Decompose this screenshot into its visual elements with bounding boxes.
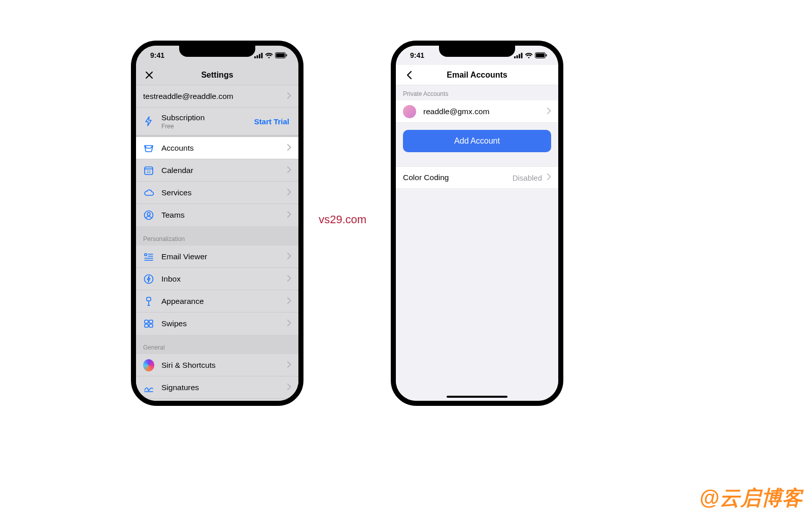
settings-item-teams[interactable]: Teams (136, 204, 298, 226)
settings-navbar: Settings (136, 65, 298, 85)
swipes-icon (143, 318, 154, 329)
signature-icon (143, 382, 154, 393)
person-icon (143, 210, 154, 221)
chevron-right-icon (287, 297, 291, 306)
inbox-icon (143, 143, 154, 154)
siri-icon (143, 360, 154, 371)
settings-item-email-viewer[interactable]: Email Viewer (136, 246, 298, 268)
status-time: 9:41 (150, 51, 164, 59)
start-trial-link[interactable]: Start Trial (254, 117, 289, 126)
cellular-icon (254, 53, 263, 58)
account-label: readdle@gmx.com (423, 107, 544, 116)
svg-point-12 (145, 274, 153, 283)
settings-item-badges[interactable]: Badges (136, 399, 298, 401)
add-account-button[interactable]: Add Account (403, 130, 551, 152)
svg-rect-21 (517, 55, 518, 58)
section-general: General (136, 335, 298, 354)
color-coding-label: Color Coding (403, 173, 513, 182)
chevron-right-icon (287, 252, 291, 261)
svg-rect-25 (536, 53, 545, 57)
settings-item-inbox[interactable]: Inbox (136, 268, 298, 290)
brush-icon (143, 296, 154, 307)
bolt-circle-icon (143, 273, 154, 285)
chevron-right-icon (287, 274, 291, 284)
settings-item-siri[interactable]: Siri & Shortcuts (136, 354, 298, 376)
subscription-row[interactable]: Subscription Free Start Trial (136, 108, 298, 135)
row-label: Email Viewer (161, 252, 284, 261)
chevron-right-icon (287, 166, 291, 175)
page-title: Settings (201, 71, 233, 80)
row-label: Services (161, 188, 284, 197)
subscription-sub: Free (161, 123, 254, 130)
row-label: Swipes (161, 319, 284, 328)
viewer-icon (143, 251, 154, 262)
close-button[interactable] (141, 65, 157, 85)
section-personalization: Personalization (136, 226, 298, 246)
settings-item-signatures[interactable]: Signatures (136, 376, 298, 399)
email-accounts-navbar: Email Accounts (396, 65, 558, 85)
battery-icon (535, 52, 547, 58)
chevron-left-icon (406, 71, 412, 80)
svg-rect-0 (254, 56, 256, 58)
notch (439, 46, 515, 57)
svg-rect-23 (521, 53, 523, 58)
chevron-right-icon (287, 144, 291, 153)
row-label: Siri & Shortcuts (161, 361, 284, 370)
svg-rect-20 (514, 56, 516, 58)
row-label: Appearance (161, 297, 284, 306)
svg-rect-14 (145, 320, 148, 323)
settings-scroll[interactable]: testreaddle@readdle.com Subscription Fre… (136, 85, 298, 401)
svg-rect-5 (276, 53, 285, 57)
wifi-icon (525, 53, 533, 58)
status-icons (514, 52, 547, 58)
color-coding-row[interactable]: Color Coding Disabled (396, 166, 558, 189)
chevron-right-icon (287, 361, 291, 370)
cloud-icon (143, 187, 154, 198)
svg-point-11 (145, 253, 147, 255)
subscription-label: Subscription (161, 113, 254, 122)
watermark-center: vs29.com (319, 213, 366, 226)
settings-item-accounts[interactable]: Accounts (136, 137, 298, 159)
svg-rect-1 (257, 55, 258, 58)
battery-icon (275, 52, 287, 58)
email-accounts-scroll[interactable]: Private Accounts readdle@gmx.com Add Acc… (396, 85, 558, 401)
settings-item-swipes[interactable]: Swipes (136, 313, 298, 335)
home-indicator (447, 396, 507, 398)
chevron-right-icon (287, 92, 291, 101)
svg-rect-6 (286, 54, 287, 57)
cellular-icon (514, 53, 523, 58)
svg-rect-17 (149, 324, 153, 327)
svg-point-10 (147, 213, 150, 216)
account-email-label: testreaddle@readdle.com (143, 92, 284, 101)
watermark-corner: @云启博客 (699, 484, 803, 512)
wifi-icon (265, 53, 273, 58)
status-time: 9:41 (410, 51, 424, 59)
settings-item-calendar[interactable]: 22 Calendar (136, 159, 298, 182)
email-account-row[interactable]: readdle@gmx.com (396, 100, 558, 123)
avatar (403, 105, 416, 118)
calendar-icon: 22 (143, 165, 154, 176)
svg-rect-26 (546, 54, 547, 57)
section-private-accounts: Private Accounts (396, 85, 558, 100)
account-email-row[interactable]: testreaddle@readdle.com (136, 85, 298, 108)
page-title: Email Accounts (447, 71, 507, 80)
chevron-right-icon (547, 173, 551, 182)
row-label: Calendar (161, 166, 284, 175)
row-label: Signatures (161, 383, 284, 392)
row-label: Inbox (161, 274, 284, 284)
close-icon (145, 71, 153, 79)
svg-text:22: 22 (147, 170, 151, 174)
notch (179, 46, 255, 57)
back-button[interactable] (401, 65, 417, 85)
phone-email-accounts: 9:41 Email Accounts Private Accounts rea… (391, 41, 563, 406)
row-label: Accounts (161, 144, 284, 153)
settings-item-appearance[interactable]: Appearance (136, 290, 298, 313)
svg-rect-22 (519, 54, 520, 58)
bolt-icon (143, 116, 154, 127)
chevron-right-icon (287, 319, 291, 328)
phone-settings: 9:41 Settings testreaddle@readdle.com Su… (131, 41, 303, 406)
settings-item-services[interactable]: Services (136, 182, 298, 204)
color-coding-value: Disabled (513, 174, 542, 182)
add-account-label: Add Account (454, 136, 500, 146)
chevron-right-icon (547, 107, 551, 116)
